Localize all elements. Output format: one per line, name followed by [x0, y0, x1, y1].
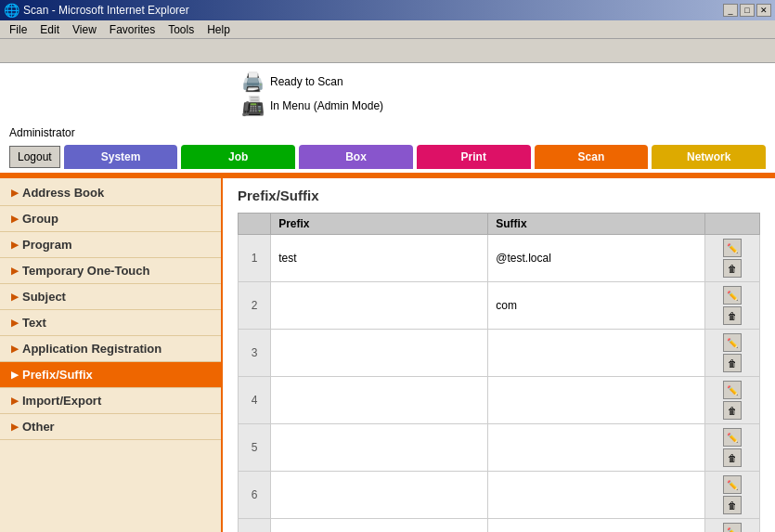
tab-job[interactable]: Job	[181, 145, 295, 169]
edit-button[interactable]: ✏️	[723, 381, 742, 399]
delete-button[interactable]: 🗑	[723, 354, 742, 372]
sidebar-label: Other	[22, 420, 55, 434]
window-title: Scan - Microsoft Internet Explorer	[23, 4, 189, 17]
menu-help[interactable]: Help	[201, 21, 236, 38]
edit-button[interactable]: ✏️	[723, 286, 742, 305]
col-header-prefix: Prefix	[271, 214, 488, 235]
arrow-icon: ▶	[11, 266, 19, 276]
sidebar-item-import-export[interactable]: ▶ Import/Export	[0, 388, 221, 414]
sidebar-item-other[interactable]: ▶ Other	[0, 414, 221, 440]
cell-actions: ✏️🗑	[705, 330, 760, 377]
header-area: 🖨️ Ready to Scan 📠 In Menu (Admin Mode)	[0, 63, 775, 124]
menu-edit[interactable]: Edit	[34, 21, 65, 38]
tab-system[interactable]: System	[64, 145, 178, 169]
logout-button[interactable]: Logout	[9, 146, 60, 168]
arrow-icon: ▶	[11, 240, 19, 250]
delete-button[interactable]: 🗑	[723, 448, 742, 467]
cell-prefix	[271, 330, 488, 377]
table-row: 5✏️🗑	[239, 424, 760, 472]
arrow-icon: ▶	[11, 318, 19, 328]
table-row: 2com✏️🗑	[239, 282, 760, 330]
table-row: 4✏️🗑	[239, 377, 760, 424]
menu-tools[interactable]: Tools	[162, 21, 200, 38]
cell-row-num: 4	[239, 377, 271, 424]
edit-button[interactable]: ✏️	[723, 333, 742, 352]
tab-print[interactable]: Print	[417, 145, 531, 169]
sidebar-item-group[interactable]: ▶ Group	[0, 206, 221, 232]
menu-view[interactable]: View	[67, 21, 102, 38]
edit-button[interactable]: ✏️	[723, 523, 742, 532]
sidebar-item-temporary-one-touch[interactable]: ▶ Temporary One-Touch	[0, 258, 221, 284]
panel-title: Prefix/Suffix	[238, 188, 760, 203]
tab-network[interactable]: Network	[652, 145, 766, 169]
prefix-suffix-table: Prefix Suffix 1test@test.local✏️🗑2com✏️🗑…	[238, 213, 760, 532]
tab-scan[interactable]: Scan	[535, 145, 649, 169]
content-wrapper: 🖨️ Ready to Scan 📠 In Menu (Admin Mode) …	[0, 63, 775, 532]
col-header-num	[239, 214, 271, 235]
cell-actions: ✏️🗑	[705, 377, 760, 424]
cell-suffix	[488, 424, 705, 472]
cell-row-num: 2	[239, 282, 271, 330]
cell-prefix	[271, 377, 488, 424]
cell-suffix	[488, 519, 705, 533]
tab-box[interactable]: Box	[299, 145, 413, 169]
arrow-icon: ▶	[11, 370, 19, 380]
sidebar-label: Temporary One-Touch	[22, 264, 149, 278]
admin-label: Administrator	[9, 126, 75, 139]
scanner-status: 🖨️ Ready to Scan 📠 In Menu (Admin Mode)	[19, 71, 383, 117]
cell-prefix	[271, 472, 488, 519]
delete-button[interactable]: 🗑	[723, 496, 742, 514]
sidebar-item-program[interactable]: ▶ Program	[0, 232, 221, 258]
edit-button[interactable]: ✏️	[723, 239, 742, 257]
arrow-icon: ▶	[11, 214, 19, 224]
menu-file[interactable]: File	[4, 21, 32, 38]
scanner-icon-menu: 📠	[241, 95, 265, 117]
cell-suffix	[488, 377, 705, 424]
main-layout: ▶ Address Book ▶ Group ▶ Program ▶ Tempo…	[0, 178, 775, 532]
edit-button[interactable]: ✏️	[723, 428, 742, 447]
arrow-icon: ▶	[11, 422, 19, 432]
sidebar: ▶ Address Book ▶ Group ▶ Program ▶ Tempo…	[0, 178, 223, 532]
edit-button[interactable]: ✏️	[723, 475, 742, 494]
cell-prefix: test	[271, 235, 488, 282]
arrow-icon: ▶	[11, 188, 19, 198]
sidebar-item-text[interactable]: ▶ Text	[0, 310, 221, 336]
sidebar-item-address-book[interactable]: ▶ Address Book	[0, 180, 221, 206]
cell-actions: ✏️🗑	[705, 519, 760, 533]
scanner-icon-ready: 🖨️	[241, 71, 265, 93]
menu-bar: File Edit View Favorites Tools Help	[0, 20, 775, 39]
sidebar-label: Application Registration	[22, 342, 161, 356]
menu-favorites[interactable]: Favorites	[104, 21, 161, 38]
cell-suffix	[488, 472, 705, 519]
table-row: 3✏️🗑	[239, 330, 760, 377]
cell-prefix	[271, 424, 488, 472]
cell-actions: ✏️🗑	[705, 424, 760, 472]
sidebar-label: Address Book	[22, 186, 104, 200]
sidebar-label: Text	[22, 316, 46, 330]
close-button[interactable]: ✕	[756, 4, 771, 17]
cell-row-num: 6	[239, 472, 271, 519]
delete-button[interactable]: 🗑	[723, 401, 742, 420]
cell-suffix: @test.local	[488, 235, 705, 282]
admin-section: Administrator	[0, 124, 775, 141]
status-ready-text: Ready to Scan	[270, 75, 343, 88]
cell-actions: ✏️🗑	[705, 472, 760, 519]
sidebar-label: Import/Export	[22, 394, 101, 408]
cell-prefix	[271, 282, 488, 330]
title-bar: 🌐 Scan - Microsoft Internet Explorer _ □…	[0, 0, 775, 20]
minimize-button[interactable]: _	[723, 4, 738, 17]
sidebar-item-prefix-suffix[interactable]: ▶ Prefix/Suffix	[0, 362, 221, 388]
sidebar-label: Group	[22, 212, 58, 226]
cell-row-num: 1	[239, 235, 271, 282]
maximize-button[interactable]: □	[740, 4, 755, 17]
col-header-suffix: Suffix	[488, 214, 705, 235]
cell-row-num: 3	[239, 330, 271, 377]
sidebar-item-application-registration[interactable]: ▶ Application Registration	[0, 336, 221, 362]
toolbar-strip	[0, 39, 775, 63]
arrow-icon: ▶	[11, 396, 19, 406]
sidebar-label: Prefix/Suffix	[22, 368, 93, 382]
delete-button[interactable]: 🗑	[723, 259, 742, 278]
sidebar-item-subject[interactable]: ▶ Subject	[0, 284, 221, 310]
cell-suffix: com	[488, 282, 705, 330]
delete-button[interactable]: 🗑	[723, 306, 742, 325]
